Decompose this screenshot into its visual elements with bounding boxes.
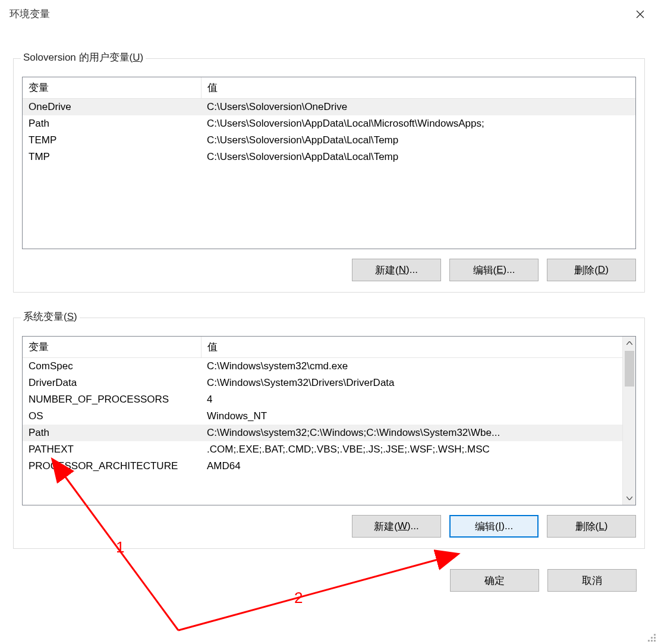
- table-row[interactable]: OSWindows_NT: [23, 408, 622, 425]
- system-vars-buttons: 新建(W)... 编辑(I)... 删除(L): [22, 515, 636, 538]
- system-vars-scrollbar[interactable]: [622, 337, 635, 505]
- cell-var-value: .COM;.EXE;.BAT;.CMD;.VBS;.VBE;.JS;.JSE;.…: [201, 441, 622, 458]
- system-edit-button[interactable]: 编辑(I)...: [449, 515, 539, 538]
- system-vars-table-wrap: 变量 值 ComSpecC:\Windows\system32\cmd.exeD…: [22, 336, 636, 505]
- table-row[interactable]: TMPC:\Users\Soloversion\AppData\Local\Te…: [23, 149, 635, 165]
- table-row[interactable]: OneDriveC:\Users\Soloversion\OneDrive: [23, 99, 635, 116]
- cell-var-value: AMD64: [201, 458, 622, 475]
- cell-var-name: Path: [23, 115, 201, 132]
- cell-var-name: Path: [23, 425, 201, 441]
- cell-var-name: PATHEXT: [23, 441, 201, 458]
- cell-var-name: OS: [23, 408, 201, 425]
- col-header-var[interactable]: 变量: [23, 337, 201, 358]
- cell-var-value: 4: [201, 391, 622, 408]
- resize-grip-icon[interactable]: [646, 632, 656, 642]
- cell-var-value: C:\Users\Soloversion\OneDrive: [201, 99, 635, 116]
- cell-var-value: C:\Windows\system32;C:\Windows;C:\Window…: [201, 425, 622, 441]
- system-vars-group: 系统变量(S) 变量 值 ComSpecC:\Windows\system32\…: [13, 318, 645, 549]
- cell-var-name: TMP: [23, 149, 201, 165]
- scroll-down-icon[interactable]: [623, 492, 636, 505]
- table-row[interactable]: PROCESSOR_ARCHITECTUREAMD64: [23, 458, 622, 475]
- user-vars-table-wrap: 变量 值 OneDriveC:\Users\Soloversion\OneDri…: [22, 77, 636, 249]
- cell-var-name: TEMP: [23, 132, 201, 149]
- window-title: 环境变量: [10, 7, 50, 21]
- user-vars-table[interactable]: 变量 值 OneDriveC:\Users\Soloversion\OneDri…: [23, 77, 635, 165]
- table-row[interactable]: PathC:\Windows\system32;C:\Windows;C:\Wi…: [23, 425, 622, 441]
- cell-var-value: C:\Windows\system32\cmd.exe: [201, 358, 622, 375]
- table-row[interactable]: ComSpecC:\Windows\system32\cmd.exe: [23, 358, 622, 375]
- cell-var-value: C:\Users\Soloversion\AppData\Local\Micro…: [201, 115, 635, 132]
- col-header-var[interactable]: 变量: [23, 77, 201, 99]
- table-row[interactable]: PathC:\Users\Soloversion\AppData\Local\M…: [23, 115, 635, 132]
- user-vars-buttons: 新建(N)... 编辑(E)... 删除(D): [22, 259, 636, 281]
- titlebar: 环境变量: [0, 0, 658, 29]
- table-row[interactable]: TEMPC:\Users\Soloversion\AppData\Local\T…: [23, 132, 635, 149]
- cell-var-name: NUMBER_OF_PROCESSORS: [23, 391, 201, 408]
- cell-var-name: ComSpec: [23, 358, 201, 375]
- system-new-button[interactable]: 新建(W)...: [352, 515, 441, 538]
- close-icon: [636, 10, 644, 18]
- user-vars-group: Soloversion 的用户变量(U) 变量 值 OneDriveC:\Use…: [13, 58, 645, 293]
- user-new-button[interactable]: 新建(N)...: [352, 259, 441, 281]
- dialog-footer: 确定 取消: [0, 549, 658, 592]
- ok-button[interactable]: 确定: [450, 569, 539, 592]
- scroll-up-icon[interactable]: [623, 337, 636, 350]
- cancel-button[interactable]: 取消: [547, 569, 637, 592]
- cell-var-value: Windows_NT: [201, 408, 622, 425]
- scrollbar-thumb[interactable]: [625, 351, 634, 387]
- cell-var-value: C:\Users\Soloversion\AppData\Local\Temp: [201, 132, 635, 149]
- cell-var-value: C:\Users\Soloversion\AppData\Local\Temp: [201, 149, 635, 165]
- user-delete-button[interactable]: 删除(D): [547, 259, 636, 281]
- col-header-val[interactable]: 值: [201, 337, 622, 358]
- cell-var-name: PROCESSOR_ARCHITECTURE: [23, 458, 201, 475]
- close-button[interactable]: [622, 0, 658, 29]
- table-row[interactable]: NUMBER_OF_PROCESSORS4: [23, 391, 622, 408]
- cell-var-value: C:\Windows\System32\Drivers\DriverData: [201, 375, 622, 391]
- table-row[interactable]: PATHEXT.COM;.EXE;.BAT;.CMD;.VBS;.VBE;.JS…: [23, 441, 622, 458]
- table-row[interactable]: DriverDataC:\Windows\System32\Drivers\Dr…: [23, 375, 622, 391]
- user-vars-legend: Soloversion 的用户变量(U): [21, 51, 146, 64]
- system-delete-button[interactable]: 删除(L): [547, 515, 636, 538]
- cell-var-name: DriverData: [23, 375, 201, 391]
- system-vars-table[interactable]: 变量 值 ComSpecC:\Windows\system32\cmd.exeD…: [23, 337, 622, 475]
- col-header-val[interactable]: 值: [201, 77, 635, 99]
- cell-var-name: OneDrive: [23, 99, 201, 116]
- scrollbar-track[interactable]: [623, 387, 635, 492]
- system-vars-legend: 系统变量(S): [21, 310, 80, 323]
- user-edit-button[interactable]: 编辑(E)...: [449, 259, 539, 281]
